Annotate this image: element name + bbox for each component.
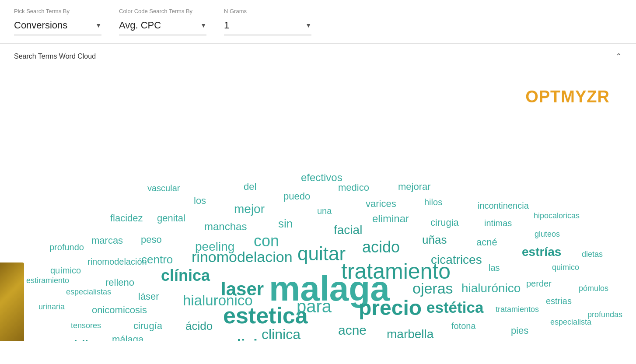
word-cloud-item[interactable]: quitar [297, 244, 346, 263]
color-code-group: Color Code Search Terms By Avg. CPC ▼ [119, 8, 206, 35]
color-code-select[interactable]: Avg. CPC ▼ [119, 17, 206, 35]
word-cloud-item[interactable]: marbella [387, 328, 433, 340]
word-cloud-item[interactable]: medicina [210, 337, 275, 341]
word-cloud-item[interactable]: marcas [91, 236, 123, 245]
word-cloud-item[interactable]: cicatrices [431, 254, 482, 266]
word-cloud-item[interactable]: rinomodelación [87, 257, 147, 266]
word-cloud-item[interactable]: hilos [424, 198, 442, 206]
word-cloud-item[interactable]: tratamientos [496, 305, 539, 313]
word-cloud-item[interactable]: efectivos [301, 172, 342, 183]
word-cloud-item[interactable]: cirugia [430, 218, 459, 228]
word-cloud-item[interactable]: vascular [147, 184, 180, 192]
word-cloud-item[interactable]: tensores [71, 322, 101, 329]
word-cloud-item[interactable]: relleno [105, 278, 134, 287]
ngrams-value: 1 [224, 20, 229, 31]
pick-search-terms-label: Pick Search Terms By [14, 8, 101, 14]
word-cloud-item[interactable]: con [254, 233, 279, 249]
word-cloud-item[interactable]: manchas [204, 221, 247, 232]
word-cloud-item[interactable]: clínica [161, 268, 210, 284]
ngrams-label: N Grams [224, 8, 311, 14]
word-cloud-item[interactable]: para [297, 298, 332, 315]
word-cloud-item[interactable]: ojeras [412, 281, 453, 296]
word-cloud-item[interactable]: intimas [484, 219, 512, 228]
word-cloud-item[interactable]: láser [138, 292, 159, 301]
word-cloud-item[interactable]: flacidez [110, 214, 143, 223]
word-cloud-item[interactable]: una [317, 206, 332, 215]
word-cloud-item[interactable]: urinaria [38, 303, 65, 311]
pick-search-terms-select[interactable]: Conversions ▼ [14, 17, 101, 35]
word-cloud-item[interactable]: acido [362, 239, 400, 255]
word-cloud-item[interactable]: estrias [546, 297, 572, 305]
word-cloud-item[interactable]: sin [278, 218, 293, 229]
word-cloud-item[interactable]: ácido [185, 320, 213, 332]
word-cloud-container: OPTMYZR malagaesteticatratamientopreciol… [0, 61, 636, 341]
word-cloud-item[interactable]: medico [338, 183, 369, 192]
word-cloud-item[interactable]: cirugía [133, 321, 162, 331]
pick-search-terms-value: Conversions [14, 20, 67, 31]
word-cloud-item[interactable]: especialista [550, 318, 591, 326]
word-cloud-item[interactable]: estrías [522, 246, 561, 258]
word-cloud-item[interactable]: médico [62, 339, 101, 341]
word-cloud-item[interactable]: fotona [451, 322, 476, 330]
ngrams-arrow: ▼ [305, 22, 311, 29]
word-cloud-item[interactable]: profundas [587, 311, 622, 318]
word-cloud-item[interactable]: profundo [49, 243, 84, 252]
word-cloud-item[interactable]: mejor [234, 203, 265, 215]
word-cloud-item[interactable]: peeling [195, 241, 234, 253]
ngrams-select[interactable]: 1 ▼ [224, 17, 311, 35]
word-cloud-item[interactable]: acne [338, 324, 367, 337]
pick-search-terms-arrow: ▼ [95, 22, 101, 29]
optmyzr-logo: OPTMYZR [525, 88, 610, 106]
collapse-icon[interactable]: ⌃ [615, 52, 622, 61]
ngrams-group: N Grams 1 ▼ [224, 8, 311, 35]
color-code-arrow: ▼ [200, 22, 206, 29]
word-cloud-item[interactable]: pies [511, 326, 528, 336]
word-cloud-item[interactable]: acné [476, 238, 497, 247]
section-title: Search Terms Word Cloud [14, 52, 96, 60]
word-cloud-item[interactable]: mejorar [398, 182, 431, 192]
word-cloud-item[interactable]: quimico [552, 263, 579, 271]
word-cloud-item[interactable]: genital [157, 214, 185, 223]
word-cloud-item[interactable]: estiramiento [26, 276, 69, 284]
word-cloud-item[interactable]: málaga [112, 335, 143, 341]
word-cloud-item[interactable]: pómulos [579, 284, 608, 292]
word-cloud-item[interactable]: varices [366, 199, 396, 209]
word-cloud-item[interactable]: hialurónico [461, 282, 521, 294]
section-header: Search Terms Word Cloud ⌃ [0, 44, 636, 61]
word-cloud-item[interactable]: hipocaloricas [534, 212, 580, 220]
color-code-label: Color Code Search Terms By [119, 8, 206, 14]
word-cloud-item[interactable]: del [244, 182, 256, 192]
word-cloud-item[interactable]: incontinencia [478, 201, 529, 210]
word-cloud-item[interactable]: puedo [283, 192, 310, 201]
pick-search-terms-group: Pick Search Terms By Conversions ▼ [14, 8, 101, 35]
word-cloud-item[interactable]: uñas [422, 234, 447, 245]
word-cloud-item[interactable]: los [194, 196, 206, 206]
word-cloud-item[interactable]: centro [141, 254, 173, 265]
word-cloud-item[interactable]: facial [334, 224, 362, 236]
word-cloud-item[interactable]: hialuronico [183, 293, 253, 308]
word-cloud-item[interactable]: peso [141, 235, 162, 245]
word-cloud-item[interactable]: dietas [582, 250, 603, 258]
word-cloud-item[interactable]: perder [526, 279, 552, 288]
bottom-left-image [0, 262, 24, 341]
word-cloud-item[interactable]: onicomicosis [92, 305, 147, 315]
word-cloud-item[interactable]: eliminar [372, 214, 409, 224]
word-cloud-item[interactable]: precio [359, 298, 422, 318]
word-cloud-item[interactable]: estética [426, 300, 483, 315]
color-code-value: Avg. CPC [119, 20, 161, 31]
word-cloud-item[interactable]: las [489, 263, 500, 272]
word-cloud-item[interactable]: especialistas [66, 288, 111, 296]
word-cloud-item[interactable]: gluteos [535, 230, 560, 238]
top-controls: Pick Search Terms By Conversions ▼ Color… [0, 0, 636, 35]
word-cloud-item[interactable]: químico [50, 266, 81, 275]
